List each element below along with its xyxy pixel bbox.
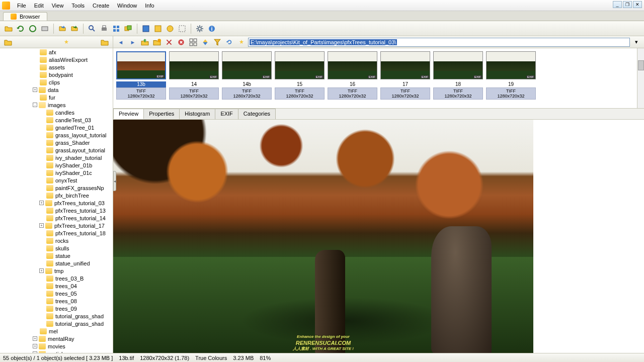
tree-item[interactable]: aliasWireExport: [0, 56, 113, 63]
maximize-button[interactable]: ❐: [623, 1, 632, 8]
tree-item[interactable]: ivy_shader_tutorial: [0, 154, 113, 161]
expand-toggle[interactable]: +: [33, 87, 37, 92]
tree-item[interactable]: +data: [0, 86, 113, 94]
tree-item[interactable]: +pfxTrees_tutorial_17: [0, 222, 113, 229]
expand-toggle[interactable]: +: [39, 223, 44, 228]
find-button[interactable]: [87, 23, 98, 34]
thumbnail[interactable]: EXIF14TIFF1280x720x32: [169, 51, 219, 105]
tree-item[interactable]: mel: [0, 327, 113, 335]
view-mode-button[interactable]: [188, 37, 199, 48]
expand-toggle[interactable]: +: [39, 201, 44, 205]
tree-item[interactable]: bodypaint: [0, 71, 113, 78]
tree-item[interactable]: paintFX_grassesNp: [0, 184, 113, 192]
app-tab-browser[interactable]: Browser: [3, 12, 47, 21]
select-all-button[interactable]: [177, 23, 188, 34]
tree-item[interactable]: +pfxTrees_tutorial_03: [0, 199, 113, 207]
folder-tree[interactable]: afxaliasWireExportassetsbodypaintclips+d…: [0, 48, 113, 353]
tree-item[interactable]: +movies: [0, 342, 113, 350]
tab-preview[interactable]: Preview: [113, 109, 144, 119]
thumbnail[interactable]: EXIF15TIFF1280x720x32: [275, 51, 325, 105]
tree-item[interactable]: candleTest_03: [0, 116, 113, 124]
minimize-button[interactable]: _: [613, 1, 622, 8]
tree-item[interactable]: -images: [0, 101, 113, 109]
tab-exif[interactable]: EXIF: [215, 109, 238, 119]
path-dropdown-button[interactable]: ▾: [631, 37, 642, 48]
thumbnail[interactable]: EXIF16TIFF1280x720x32: [328, 51, 377, 105]
menu-view[interactable]: View: [48, 1, 68, 10]
acquire-button[interactable]: [39, 23, 50, 34]
move-to-button[interactable]: [69, 23, 80, 34]
info-button[interactable]: i: [206, 23, 217, 34]
tree-item[interactable]: grass_layout_tutorial: [0, 131, 113, 139]
tree-item[interactable]: trees_08: [0, 297, 113, 305]
tree-item[interactable]: gnarledTree_01: [0, 124, 113, 131]
tree-item[interactable]: statue: [0, 252, 113, 259]
tree-item[interactable]: +particles: [0, 350, 113, 353]
stop-button[interactable]: [27, 23, 38, 34]
thumb-scrollbar[interactable]: [637, 48, 644, 108]
tree-item[interactable]: statue_unified: [0, 259, 113, 267]
favorite-folder-star-icon[interactable]: [100, 37, 110, 47]
thumbnail[interactable]: EXIF14bTIFF1280x720x32: [222, 51, 272, 105]
bookmark-button[interactable]: ★: [236, 37, 247, 48]
cut-button[interactable]: [164, 37, 175, 48]
settings-button[interactable]: [194, 23, 205, 34]
new-folder-button[interactable]: [151, 37, 163, 48]
contact-sheet-button[interactable]: [111, 23, 122, 34]
menu-tools[interactable]: Tools: [67, 1, 89, 10]
menu-file[interactable]: File: [13, 1, 30, 10]
tree-item[interactable]: tutorial_grass_shad: [0, 312, 113, 320]
tree-item[interactable]: trees_09: [0, 305, 113, 312]
tree-item[interactable]: trees_04: [0, 282, 113, 290]
splitter-handle[interactable]: ◂: [113, 171, 116, 191]
add-favorite-star-icon[interactable]: ★: [61, 37, 71, 47]
multi-image-button[interactable]: [123, 23, 134, 34]
tree-item[interactable]: fur: [0, 94, 113, 101]
convert-button[interactable]: [140, 23, 151, 34]
menu-edit[interactable]: Edit: [30, 1, 48, 10]
close-button[interactable]: ✕: [633, 1, 642, 8]
tree-item[interactable]: +mentalRay: [0, 335, 113, 342]
tree-item[interactable]: grassLayout_tutorial: [0, 146, 113, 154]
open-button[interactable]: [3, 23, 14, 34]
tree-item[interactable]: +tmp: [0, 267, 113, 275]
tree-item[interactable]: ivyShader_01c: [0, 169, 113, 176]
filter-button[interactable]: [212, 37, 223, 48]
delete-button[interactable]: [176, 37, 187, 48]
sort-button[interactable]: [200, 37, 211, 48]
menu-window[interactable]: Window: [113, 1, 141, 10]
tree-item[interactable]: grass_Shader: [0, 139, 113, 146]
thumbnail[interactable]: EXIF13bTIFF1280x720x32: [116, 51, 166, 105]
menu-info[interactable]: Info: [141, 1, 158, 10]
tree-item[interactable]: trees_05: [0, 290, 113, 297]
expand-toggle[interactable]: +: [33, 351, 37, 353]
tree-item[interactable]: assets: [0, 63, 113, 71]
expand-toggle[interactable]: +: [33, 344, 37, 348]
expand-toggle[interactable]: +: [39, 268, 44, 273]
tab-categories[interactable]: Categories: [238, 109, 276, 119]
tree-item[interactable]: afx: [0, 48, 113, 56]
print-button[interactable]: [99, 23, 110, 34]
expand-toggle[interactable]: -: [33, 103, 37, 107]
tree-item[interactable]: pfxTrees_tutorial_18: [0, 229, 113, 237]
preview-pane[interactable]: Enhance the design of your RENRENSUCAI.C…: [113, 120, 644, 353]
thumbnail[interactable]: EXIF18TIFF1280x720x32: [433, 51, 483, 105]
tree-item[interactable]: pfxTrees_tutorial_14: [0, 214, 113, 222]
nav-forward-button[interactable]: ►: [127, 37, 138, 48]
tree-item[interactable]: clips: [0, 78, 113, 86]
tree-item[interactable]: skulls: [0, 244, 113, 252]
tab-histogram[interactable]: Histogram: [179, 109, 215, 119]
recurse-button[interactable]: [224, 37, 235, 48]
tab-properties[interactable]: Properties: [143, 109, 180, 119]
path-input[interactable]: E:\maya\projects\Kit_of_Parts\images\pfx…: [248, 38, 630, 47]
tree-item[interactable]: onyxTest: [0, 176, 113, 184]
refresh-button[interactable]: [15, 23, 26, 34]
thumbnail[interactable]: EXIF17TIFF1280x720x32: [380, 51, 430, 105]
batch-button[interactable]: [165, 23, 176, 34]
tree-item[interactable]: tutorial_grass_shad: [0, 320, 113, 327]
nav-up-button[interactable]: [139, 37, 150, 48]
nav-back-button[interactable]: ◄: [115, 37, 126, 48]
tree-item[interactable]: ivyShader_01b: [0, 161, 113, 169]
thumbnail[interactable]: EXIF19TIFF1280x720x32: [486, 51, 536, 105]
tree-item[interactable]: rocks: [0, 237, 113, 244]
